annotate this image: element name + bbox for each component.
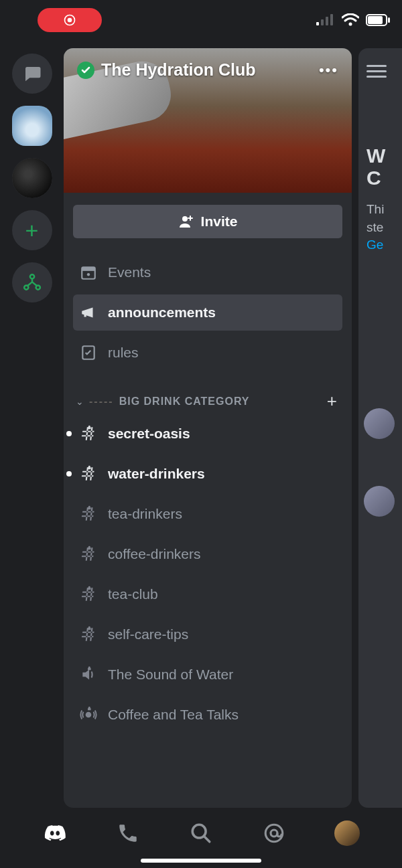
- server-avatar-image: [12, 106, 52, 146]
- server-header[interactable]: The Hydration Club •••: [64, 60, 352, 80]
- svg-rect-2: [316, 22, 319, 25]
- channel-label: announcements: [108, 305, 216, 321]
- hash-lock-icon: [80, 545, 97, 563]
- category-header[interactable]: ⌄ ----- BIG DRINK CATEGORY +: [73, 391, 342, 412]
- hub-icon: [22, 272, 42, 292]
- category-decoration: -----: [89, 396, 114, 408]
- channel-the-sound-of-water[interactable]: The Sound of Water: [73, 657, 342, 693]
- plus-icon: +: [25, 218, 39, 244]
- svg-point-6: [349, 23, 352, 26]
- record-icon: [63, 13, 76, 27]
- channel-label: tea-club: [108, 586, 158, 602]
- announcements-channel[interactable]: announcements: [73, 294, 342, 331]
- channel-label: self-care-tips: [108, 626, 188, 642]
- screen-recording-indicator[interactable]: [38, 8, 102, 32]
- chat-bubble-icon: [22, 64, 42, 84]
- hash-lock-icon: [80, 425, 97, 442]
- svg-point-20: [265, 824, 283, 842]
- hash-lock-icon: [80, 505, 97, 523]
- channel-tea-drinkers[interactable]: tea-drinkers: [73, 496, 342, 532]
- channel-list-panel: The Hydration Club ••• Invite Events: [64, 48, 352, 808]
- server-rail: +: [0, 0, 64, 808]
- megaphone-icon: [80, 304, 97, 321]
- search-icon: [190, 822, 212, 845]
- svg-point-16: [87, 273, 90, 276]
- member-avatar[interactable]: [364, 408, 395, 439]
- channel-label: coffee-drinkers: [108, 546, 201, 562]
- svg-point-10: [29, 274, 34, 278]
- svg-rect-3: [321, 19, 324, 25]
- channel-label: Coffee and Tea Talks: [108, 707, 239, 723]
- status-bar: [0, 0, 402, 40]
- invite-button[interactable]: Invite: [73, 205, 342, 238]
- channel-secret-oasis[interactable]: secret-oasis: [73, 416, 342, 452]
- svg-rect-9: [368, 16, 383, 24]
- status-icons: [316, 13, 390, 27]
- rules-icon: [80, 344, 97, 361]
- hash-lock-icon: [80, 465, 97, 483]
- channel-label: tea-drinkers: [108, 506, 182, 522]
- add-channel-button[interactable]: +: [327, 391, 340, 412]
- server-avatar-image: [12, 158, 52, 198]
- server-more-button[interactable]: •••: [319, 62, 338, 79]
- home-indicator: [141, 859, 261, 863]
- rules-channel[interactable]: rules: [73, 335, 342, 371]
- cellular-icon: [316, 13, 335, 27]
- content-body: Thi ste Ge: [366, 201, 402, 254]
- at-icon: [263, 822, 285, 845]
- discover-hub-button[interactable]: [12, 262, 52, 302]
- server-banner[interactable]: The Hydration Club •••: [64, 48, 352, 193]
- svg-rect-5: [330, 14, 333, 25]
- invite-user-icon: [178, 213, 194, 230]
- discord-logo-icon: [44, 822, 66, 845]
- channel-label: water-drinkers: [108, 466, 205, 482]
- add-server-button[interactable]: +: [12, 210, 52, 250]
- chevron-down-icon: ⌄: [76, 396, 84, 407]
- invite-label: Invite: [201, 213, 238, 230]
- wifi-icon: [342, 13, 359, 27]
- channel-label: rules: [108, 345, 139, 361]
- category-name: BIG DRINK CATEGORY: [119, 396, 250, 408]
- svg-point-13: [182, 216, 188, 222]
- content-heading: W C: [366, 145, 402, 189]
- hash-lock-icon: [80, 626, 97, 643]
- channel-label: The Sound of Water: [108, 667, 233, 683]
- tab-mentions[interactable]: [237, 822, 310, 845]
- server-name: The Hydration Club: [101, 60, 319, 80]
- hash-lock-icon: [80, 586, 97, 603]
- events-label: Events: [108, 264, 151, 280]
- user-avatar: [334, 820, 360, 846]
- svg-rect-15: [82, 267, 95, 270]
- unread-indicator: [66, 431, 72, 436]
- handset-icon: [117, 822, 139, 845]
- bottom-tab-bar: [0, 808, 402, 868]
- server-hydration-club[interactable]: [12, 106, 52, 146]
- svg-point-18: [86, 712, 92, 718]
- tab-profile[interactable]: [310, 820, 383, 846]
- tab-home[interactable]: [19, 822, 92, 845]
- stage-lock-icon: [80, 706, 97, 723]
- svg-rect-4: [326, 17, 328, 25]
- channel-coffee-drinkers[interactable]: coffee-drinkers: [73, 536, 342, 572]
- channel-water-drinkers[interactable]: water-drinkers: [73, 456, 342, 492]
- channel-label: secret-oasis: [108, 426, 190, 442]
- channel-tea-club[interactable]: tea-club: [73, 576, 342, 612]
- direct-messages-button[interactable]: [12, 54, 52, 94]
- unread-indicator: [66, 471, 72, 476]
- member-avatar[interactable]: [364, 486, 395, 517]
- channel-self-care-tips[interactable]: self-care-tips: [73, 616, 342, 653]
- tab-friends[interactable]: [92, 822, 165, 845]
- battery-icon: [366, 14, 390, 26]
- calendar-icon: [80, 264, 97, 281]
- tab-search[interactable]: [165, 822, 238, 845]
- content-panel-peek[interactable]: W C Thi ste Ge: [358, 48, 402, 808]
- events-row[interactable]: Events: [73, 254, 342, 290]
- verified-badge-icon: [77, 62, 94, 79]
- channel-coffee-and-tea-talks[interactable]: Coffee and Tea Talks: [73, 697, 342, 733]
- server-other[interactable]: [12, 158, 52, 198]
- hamburger-icon[interactable]: [366, 65, 402, 78]
- svg-rect-8: [388, 17, 390, 23]
- content-link[interactable]: Ge: [366, 238, 383, 252]
- speaker-lock-icon: [80, 666, 97, 683]
- svg-point-1: [68, 18, 72, 23]
